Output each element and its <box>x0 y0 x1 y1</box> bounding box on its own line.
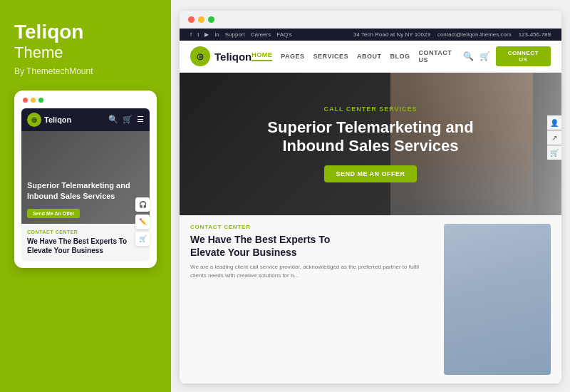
nav-blog[interactable]: BLOG <box>390 53 410 60</box>
mobile-hero-cta[interactable]: Send Me An Offer <box>27 209 80 218</box>
topbar-left: f t ▶ in Support Careers FAQ's <box>190 31 292 38</box>
mobile-hero-title: Superior Telemarketing and Inbound Sales… <box>27 180 144 201</box>
topbar-right: 34 Tech Road at Ny NY 10023 contact@teli… <box>353 31 551 38</box>
mobile-logo: ◎ Teliqon <box>27 113 71 127</box>
bottom-heading-line1: We Have The Best Experts To <box>190 234 330 245</box>
faq-link[interactable]: FAQ's <box>276 31 292 38</box>
nav-cart-icon[interactable]: 🛒 <box>480 51 490 61</box>
mobile-sidebar-headset-icon[interactable]: 🎧 <box>135 197 150 212</box>
hero-title: Superior Telemarketing and Inbound Sales… <box>201 118 540 156</box>
bottom-section-label: CONTACT CENTER <box>190 224 433 230</box>
nav-services[interactable]: SERVICES <box>314 53 348 60</box>
desktop-sidebar-icons: 👤 ↗ 🛒 <box>547 115 561 160</box>
site-topbar: f t ▶ in Support Careers FAQ's 34 Tech R… <box>180 29 561 41</box>
site-logo: ◎ Teliqon <box>190 46 252 66</box>
mobile-content-section: CONTACT CENTER We Have The Best Experts … <box>21 224 150 261</box>
site-logo-text: Teliqon <box>214 51 252 63</box>
twitter-icon[interactable]: t <box>197 31 199 38</box>
bottom-right-image <box>444 224 551 375</box>
right-panel: f t ▶ in Support Careers FAQ's 34 Tech R… <box>171 0 570 392</box>
topbar-phone: 123-456-789 <box>519 31 551 38</box>
site-nav: ◎ Teliqon HOME PAGES SERVICES ABOUT BLOG… <box>180 41 561 73</box>
site-logo-icon: ◎ <box>190 46 210 66</box>
nav-contact[interactable]: CONTACT US <box>418 49 462 63</box>
left-panel: Teliqon Theme By ThemetechMount ◎ Teliqo… <box>0 0 171 392</box>
brand-by: By ThemetechMount <box>14 66 157 76</box>
hero-cta-button[interactable]: Send Me An Offer <box>324 165 416 182</box>
nav-about[interactable]: ABOUT <box>357 53 382 60</box>
mobile-logo-text: Teliqon <box>44 115 71 124</box>
mobile-nav-icons: 🔍 🛒 ☰ <box>108 115 144 124</box>
bottom-left-content: CONTACT CENTER We Have The Best Experts … <box>190 224 433 375</box>
site-bottom: CONTACT CENTER We Have The Best Experts … <box>180 215 561 383</box>
mobile-nav: ◎ Teliqon 🔍 🛒 ☰ <box>21 108 150 131</box>
facebook-icon[interactable]: f <box>190 31 192 38</box>
sidebar-person-icon[interactable]: 👤 <box>547 115 561 130</box>
menu-icon[interactable]: ☰ <box>137 115 144 124</box>
support-link[interactable]: Support <box>225 31 245 38</box>
dot-green <box>208 16 214 23</box>
mobile-hero-content: Superior Telemarketing and Inbound Sales… <box>27 180 144 218</box>
site-nav-right: 🔍 🛒 CONNECT US <box>463 46 551 66</box>
dot-red <box>188 16 195 23</box>
mobile-browser-content: ◎ Teliqon 🔍 🛒 ☰ Superior Telemarketing a… <box>21 108 150 261</box>
site-hero: CALL CENTER SERVICES Superior Telemarket… <box>180 73 561 215</box>
mobile-section-title: We Have The Best Experts To Elevate Your… <box>27 237 144 255</box>
mobile-hero: Superior Telemarketing and Inbound Sales… <box>21 131 150 224</box>
hero-title-line1: Superior Telemarketing and <box>267 118 473 136</box>
dot-red <box>23 98 28 103</box>
mobile-sidebar-edit-icon[interactable]: ✏️ <box>135 215 150 229</box>
hero-content: CALL CENTER SERVICES Superior Telemarket… <box>180 105 561 183</box>
brand-sub: Theme <box>14 43 157 62</box>
dot-yellow <box>31 98 36 103</box>
careers-link[interactable]: Careers <box>251 31 271 38</box>
topbar-email: contact@teliqon-themes.com <box>437 31 512 38</box>
linkedin-icon[interactable]: in <box>214 31 219 38</box>
nav-search-icon[interactable]: 🔍 <box>463 51 474 61</box>
sidebar-share-icon[interactable]: ↗ <box>547 130 561 145</box>
mobile-window-dots <box>21 98 150 103</box>
connect-button[interactable]: CONNECT US <box>496 46 551 66</box>
hero-label: CALL CENTER SERVICES <box>201 105 540 113</box>
bottom-section-text: We are a leading client call service pro… <box>190 263 433 280</box>
bottom-heading-line2: Elevate Your Business <box>190 247 297 258</box>
bottom-person-photo <box>444 224 551 375</box>
mobile-sidebar-icons: 🎧 ✏️ 🛒 <box>135 197 150 246</box>
sidebar-cart2-icon[interactable]: 🛒 <box>547 145 561 160</box>
topbar-address: 34 Tech Road at Ny NY 10023 <box>353 31 430 38</box>
topbar-links: Support Careers FAQ's <box>225 31 292 38</box>
search-icon[interactable]: 🔍 <box>108 115 118 124</box>
mobile-section-label: CONTACT CENTER <box>27 229 144 234</box>
browser-chrome <box>180 11 561 29</box>
bottom-section-heading: We Have The Best Experts To Elevate Your… <box>190 233 433 259</box>
topbar-social-icons: f t ▶ in <box>190 31 219 38</box>
hero-title-line2: Inbound Sales Services <box>283 137 459 155</box>
youtube-icon[interactable]: ▶ <box>204 31 209 38</box>
cart-icon[interactable]: 🛒 <box>123 115 133 124</box>
nav-pages[interactable]: PAGES <box>281 53 304 60</box>
dot-green <box>38 98 43 103</box>
nav-home[interactable]: HOME <box>252 51 272 61</box>
mobile-logo-icon: ◎ <box>27 113 41 127</box>
desktop-browser: f t ▶ in Support Careers FAQ's 34 Tech R… <box>180 11 561 383</box>
mobile-mockup: ◎ Teliqon 🔍 🛒 ☰ Superior Telemarketing a… <box>14 91 157 268</box>
site-hero-wrapper: CALL CENTER SERVICES Superior Telemarket… <box>180 73 561 215</box>
mobile-sidebar-cart-icon[interactable]: 🛒 <box>135 232 150 246</box>
dot-yellow <box>198 16 204 23</box>
browser-window-dots <box>188 16 214 23</box>
site-nav-links: HOME PAGES SERVICES ABOUT BLOG CONTACT U… <box>252 49 462 63</box>
brand-title: Teliqon <box>14 21 157 43</box>
